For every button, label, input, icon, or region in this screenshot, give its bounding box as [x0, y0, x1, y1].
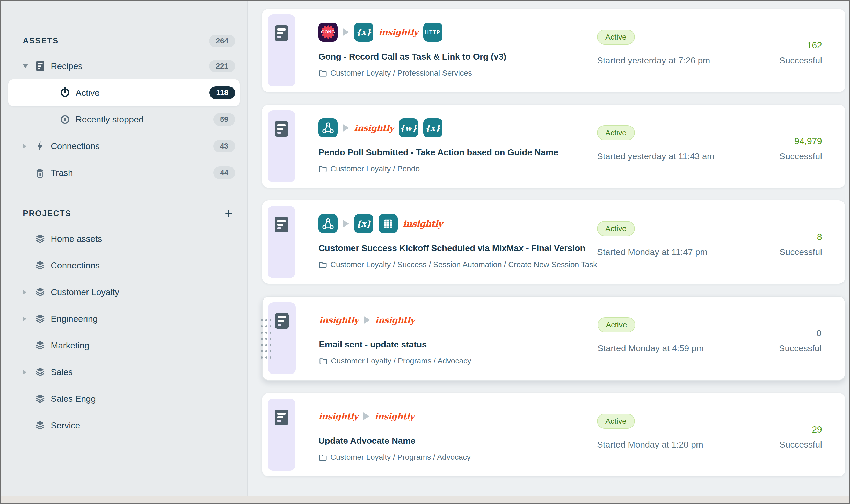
insightly-logo: insightly	[379, 27, 418, 37]
formula-w-icon: {w}	[399, 118, 418, 138]
started-text: Started Monday at 11:47 pm	[597, 247, 737, 257]
table-icon	[379, 214, 398, 233]
recipe-folder[interactable]: Customer Loyalty / Programs / Advocacy	[319, 451, 597, 463]
chevron-right-icon[interactable]	[23, 370, 35, 375]
recipe-folder-path: Customer Loyalty / Pendo	[330, 164, 420, 173]
sidebar-project-service[interactable]: Service	[8, 412, 240, 439]
successful-label: Successful	[736, 343, 821, 353]
recipe-card[interactable]: insightly{w}{x}Pendo Poll Submitted - Ta…	[262, 105, 845, 188]
add-project-button[interactable]: +	[222, 209, 235, 219]
recipe-icon	[274, 409, 289, 427]
recipe-folder-path: Customer Loyalty / Professional Services	[330, 69, 472, 77]
successful-label: Successful	[737, 55, 822, 66]
recipe-status-column: ActiveStarted Monday at 1:20 pm	[597, 399, 737, 471]
sidebar-project-label: Connections	[51, 260, 100, 270]
sidebar-project-label: Sales Engg	[51, 394, 96, 404]
chevron-right-icon[interactable]	[23, 317, 35, 321]
chevron-right-icon[interactable]	[23, 144, 35, 149]
sidebar-item-label: Trash	[51, 168, 73, 178]
sidebar-item-trash[interactable]: Trash44	[8, 160, 240, 186]
sidebar-item-label: Recipes	[51, 61, 83, 71]
sidebar-project-connections[interactable]: Connections	[8, 252, 240, 279]
drag-handle-icon[interactable]	[259, 316, 271, 360]
project-stack-icon	[35, 367, 51, 378]
sidebar-item-connections[interactable]: Connections43	[8, 133, 240, 160]
sidebar-project-engineering[interactable]: Engineering	[8, 305, 240, 332]
successful-label: Successful	[737, 439, 822, 450]
sidebar-project-label: Home assets	[51, 234, 102, 244]
sidebar-project-home-assets[interactable]: Home assets	[8, 226, 240, 252]
recipe-icon	[274, 313, 289, 330]
successful-count: 29	[737, 424, 822, 435]
folder-path: Customer Loyalty / Programs / Advocacy	[319, 453, 471, 461]
sidebar-project-sales-engg[interactable]: Sales Engg	[8, 385, 240, 412]
projects-nav: Home assetsConnectionsCustomer LoyaltyEn…	[1, 226, 247, 439]
recipe-title: Email sent - update status	[319, 338, 598, 350]
project-stack-icon	[35, 313, 51, 324]
recipe-card[interactable]: insightlyinsightlyUpdate Advocate NameCu…	[262, 393, 845, 476]
insightly-logo: insightly	[403, 219, 442, 229]
count-badge: 43	[213, 140, 235, 152]
started-text: Started Monday at 4:59 pm	[598, 343, 736, 353]
project-stack-icon	[35, 420, 51, 431]
projects-header-label: PROJECTS	[23, 209, 71, 218]
sidebar-item-recently-stopped[interactable]: Recently stopped59	[8, 106, 240, 133]
recipe-folder[interactable]: Customer Loyalty / Pendo	[319, 163, 597, 175]
status-badge: Active	[597, 414, 635, 429]
sidebar-item-recipes[interactable]: Recipes221	[8, 53, 240, 79]
recipe-info: insightlyinsightlyEmail sent - update st…	[308, 302, 598, 374]
successful-label: Successful	[737, 247, 822, 257]
projects-section-header: PROJECTS +	[8, 202, 240, 226]
window-bottom-strip	[1, 496, 849, 503]
formula-x-icon: {x}	[354, 22, 373, 42]
sidebar-project-sales[interactable]: Sales	[8, 359, 240, 385]
sidebar-project-marketing[interactable]: Marketing	[8, 332, 240, 359]
app-icons-row: insightlyinsightly	[319, 407, 597, 426]
recipe-card[interactable]: {x}insightlyCustomer Success Kickoff Sch…	[262, 200, 845, 284]
project-stack-icon	[35, 260, 51, 271]
recipe-card[interactable]: GONG{x}insightlyHTTPGong - Record Call a…	[262, 9, 845, 92]
sidebar-divider	[10, 195, 238, 195]
recipe-status-column: ActiveStarted Monday at 11:47 pm	[597, 206, 737, 278]
chevron-right-icon[interactable]	[23, 290, 35, 294]
recipe-card[interactable]: insightlyinsightlyEmail sent - update st…	[262, 296, 845, 380]
sidebar-item-label: Active	[76, 88, 100, 98]
recipe-folder-path: Customer Loyalty / Success / Session Aut…	[330, 260, 597, 269]
count-badge: 118	[210, 87, 235, 99]
sidebar-project-customer-loyalty[interactable]: Customer Loyalty	[8, 279, 240, 305]
sidebar-item-active[interactable]: Active118	[8, 79, 240, 106]
recipe-folder[interactable]: Customer Loyalty / Programs / Advocacy	[319, 355, 598, 366]
webhook-icon	[319, 214, 338, 233]
chevron-down-icon[interactable]	[23, 64, 35, 68]
sidebar-project-label: Customer Loyalty	[51, 287, 119, 297]
recipe-status-column: ActiveStarted yesterday at 7:26 pm	[597, 15, 737, 87]
count-badge: 59	[213, 113, 235, 126]
folder-path: Customer Loyalty / Programs / Advocacy	[319, 357, 471, 365]
started-text: Started Monday at 1:20 pm	[597, 439, 737, 450]
recipe-folder-path: Customer Loyalty / Programs / Advocacy	[331, 357, 471, 365]
successful-count: 8	[737, 231, 822, 242]
app-window: ASSETS 264 Recipes221Active118Recently s…	[1, 1, 849, 496]
http-icon: HTTP	[423, 22, 442, 42]
app-icons-row: insightlyinsightly	[319, 310, 598, 330]
assets-section-header: ASSETS 264	[8, 29, 240, 53]
insightly-logo: insightly	[375, 411, 414, 421]
job-count-column: 162Successful	[737, 15, 822, 87]
job-count-column: 0Successful	[736, 302, 821, 374]
app-icons-row: GONG{x}insightlyHTTP	[319, 22, 597, 42]
recipe-status-column: ActiveStarted Monday at 4:59 pm	[598, 302, 736, 374]
count-badge: 44	[213, 166, 235, 179]
recipe-info: insightlyinsightlyUpdate Advocate NameCu…	[307, 399, 597, 471]
recipe-status-column: ActiveStarted yesterday at 11:43 am	[597, 110, 737, 182]
formula-x-icon: {x}	[354, 214, 373, 233]
recipe-folder[interactable]: Customer Loyalty / Professional Services	[319, 67, 597, 79]
assets-count-badge: 264	[209, 35, 235, 47]
folder-path: Customer Loyalty / Professional Services	[319, 69, 472, 77]
recipe-folder[interactable]: Customer Loyalty / Success / Session Aut…	[319, 259, 597, 270]
sidebar-project-label: Engineering	[51, 314, 97, 324]
folder-path: Customer Loyalty / Pendo	[319, 164, 420, 173]
stopped-icon	[59, 114, 76, 126]
started-text: Started yesterday at 7:26 pm	[597, 55, 737, 66]
recipe-list: GONG{x}insightlyHTTPGong - Record Call a…	[248, 1, 849, 496]
recipe-color-strip	[268, 399, 295, 471]
